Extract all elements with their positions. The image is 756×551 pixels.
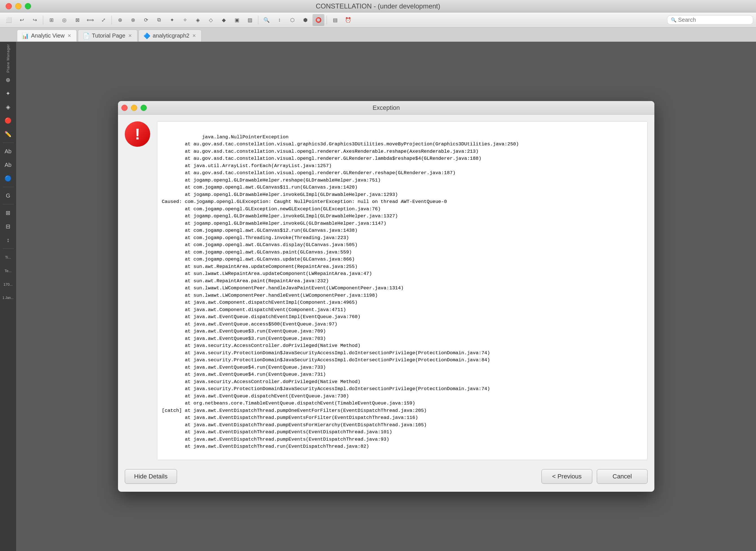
tab-icon-graph: 🔷 <box>143 32 150 39</box>
sidebar-btn-9[interactable]: G <box>2 189 14 202</box>
dialog-maximize-btn[interactable] <box>141 105 147 111</box>
close-button[interactable] <box>6 3 12 9</box>
toolbar-sep-2 <box>111 16 112 25</box>
hide-details-button[interactable]: Hide Details <box>125 469 177 484</box>
sidebar-btn-12[interactable]: ↕ <box>2 234 14 246</box>
toolbar-btn-5[interactable]: ◎ <box>58 14 70 26</box>
error-icon-circle: ! <box>125 121 150 147</box>
tab-analytic-view[interactable]: 📊 Analytic View ✕ <box>17 30 77 41</box>
app-title: CONSTELLATION - (under development) <box>315 2 440 10</box>
toolbar-btn-22[interactable]: ⬡ <box>286 14 298 26</box>
toolbar: ⬜ ↩ ↪ ⊞ ◎ ⊠ ⟺ ⤢ ⊕ ⊗ ⟳ ⧉ ✦ ✧ ◈ ◇ ◆ ▣ ▨ 🔍 … <box>0 12 756 28</box>
sidebar-label-plane-manager: Plane Manager <box>6 44 10 73</box>
previous-button[interactable]: < Previous <box>542 469 592 484</box>
title-bar: CONSTELLATION - (under development) <box>0 0 756 12</box>
error-exclamation: ! <box>135 126 140 142</box>
toolbar-btn-15[interactable]: ◈ <box>192 14 204 26</box>
toolbar-btn-14[interactable]: ✧ <box>179 14 191 26</box>
sidebar-divider-4 <box>3 248 14 249</box>
tab-icon-analytic: 📊 <box>22 32 29 39</box>
sidebar-btn-8[interactable]: 🔵 <box>2 172 14 184</box>
tab-label-graph: analyticgraph2 <box>153 32 189 39</box>
sidebar-btn-1[interactable]: ⊕ <box>2 74 14 86</box>
toolbar-sep-3 <box>258 16 258 25</box>
toolbar-btn-10[interactable]: ⊗ <box>127 14 139 26</box>
dialog-overlay: Exception ! java.lang.NullPointerEx <box>16 42 756 551</box>
toolbar-btn-17[interactable]: ◆ <box>218 14 230 26</box>
dialog-top: ! java.lang.NullPointerException at au.g… <box>125 121 648 460</box>
toolbar-btn-20[interactable]: 🔍 <box>260 14 272 26</box>
toolbar-btn-16[interactable]: ◇ <box>205 14 217 26</box>
toolbar-btn-2[interactable]: ↩ <box>16 14 28 26</box>
toolbar-btn-23[interactable]: ⬢ <box>299 14 311 26</box>
sidebar-btn-6[interactable]: Ab <box>2 145 14 157</box>
tab-bar: 📊 Analytic View ✕ 📄 Tutorial Page ✕ 🔷 an… <box>0 28 756 42</box>
sidebar-divider-2 <box>3 187 14 187</box>
toolbar-btn-13[interactable]: ✦ <box>166 14 178 26</box>
toolbar-btn-1[interactable]: ⬜ <box>3 14 15 26</box>
dialog-footer: Hide Details < Previous Cancel <box>125 466 648 485</box>
sidebar-divider-1 <box>3 142 14 143</box>
dialog-title: Exception <box>372 104 400 111</box>
minimize-button[interactable] <box>15 3 21 9</box>
tab-icon-tutorial: 📄 <box>83 32 90 39</box>
search-icon: 🔍 <box>671 17 676 23</box>
sidebar-btn-11[interactable]: ⊟ <box>2 220 14 232</box>
sidebar-btn-timeline[interactable]: Ti... <box>2 251 14 263</box>
maximize-button[interactable] <box>25 3 31 9</box>
stacktrace-text: java.lang.NullPointerException at au.gov… <box>162 134 519 449</box>
cancel-button[interactable]: Cancel <box>597 469 648 484</box>
toolbar-btn-26[interactable]: ⏰ <box>342 14 354 26</box>
sidebar: Plane Manager ⊕ ✦ ◈ 🔴 ✏️ Ab Ab 🔵 G ⊞ ⊟ ↕… <box>0 42 16 551</box>
dialog-minimize-btn[interactable] <box>131 105 137 111</box>
content-area: Exception ! java.lang.NullPointerEx <box>16 42 756 551</box>
toolbar-btn-11[interactable]: ⟳ <box>140 14 152 26</box>
tab-close-graph[interactable]: ✕ <box>192 33 197 38</box>
stacktrace-area[interactable]: java.lang.NullPointerException at au.gov… <box>157 121 648 460</box>
sidebar-btn-2[interactable]: ✦ <box>2 87 14 100</box>
exception-dialog: Exception ! java.lang.NullPointerEx <box>118 101 654 492</box>
toolbar-btn-6[interactable]: ⊠ <box>71 14 83 26</box>
search-input[interactable] <box>678 17 750 23</box>
tab-tutorial-page[interactable]: 📄 Tutorial Page ✕ <box>78 30 137 41</box>
sidebar-btn-3[interactable]: ◈ <box>2 101 14 113</box>
toolbar-btn-9[interactable]: ⊕ <box>114 14 126 26</box>
tab-label-tutorial: Tutorial Page <box>92 32 125 39</box>
toolbar-btn-12[interactable]: ⧉ <box>153 14 165 26</box>
tab-label-analytic: Analytic View <box>31 32 65 39</box>
toolbar-btn-25[interactable]: ▤ <box>329 14 341 26</box>
toolbar-btn-24[interactable]: ⭕ <box>312 14 324 26</box>
toolbar-btn-19[interactable]: ▨ <box>244 14 256 26</box>
sidebar-btn-4[interactable]: 🔴 <box>2 114 14 127</box>
error-icon: ! <box>125 121 150 147</box>
toolbar-btn-3[interactable]: ↪ <box>29 14 41 26</box>
main-area: Plane Manager ⊕ ✦ ◈ 🔴 ✏️ Ab Ab 🔵 G ⊞ ⊟ ↕… <box>0 42 756 551</box>
sidebar-btn-date[interactable]: 1 Jan... <box>2 292 14 304</box>
tab-analyticgraph2[interactable]: 🔷 analyticgraph2 ✕ <box>139 30 201 41</box>
traffic-lights <box>6 3 31 9</box>
sidebar-btn-7[interactable]: Ab <box>2 159 14 171</box>
dialog-close-btn[interactable] <box>121 105 128 111</box>
dialog-body: ! java.lang.NullPointerException at au.g… <box>118 115 654 492</box>
toolbar-btn-8[interactable]: ⤢ <box>97 14 109 26</box>
toolbar-sep-1 <box>43 16 43 25</box>
dialog-traffic-lights <box>121 105 147 111</box>
toolbar-sep-4 <box>326 16 327 25</box>
toolbar-btn-18[interactable]: ▣ <box>231 14 243 26</box>
search-box: 🔍 <box>667 15 753 25</box>
dialog-footer-right: < Previous Cancel <box>542 469 648 484</box>
sidebar-btn-10[interactable]: ⊞ <box>2 207 14 219</box>
sidebar-divider-3 <box>3 204 14 204</box>
sidebar-btn-5[interactable]: ✏️ <box>2 128 14 140</box>
sidebar-btn-text[interactable]: Te... <box>2 264 14 277</box>
toolbar-btn-4[interactable]: ⊞ <box>45 14 57 26</box>
tab-close-tutorial[interactable]: ✕ <box>128 33 133 38</box>
tab-close-analytic[interactable]: ✕ <box>67 33 72 38</box>
dialog-title-bar: Exception <box>118 101 654 115</box>
toolbar-btn-7[interactable]: ⟺ <box>84 14 96 26</box>
toolbar-btn-21[interactable]: ↕ <box>273 14 285 26</box>
sidebar-btn-num[interactable]: 170... <box>2 278 14 291</box>
